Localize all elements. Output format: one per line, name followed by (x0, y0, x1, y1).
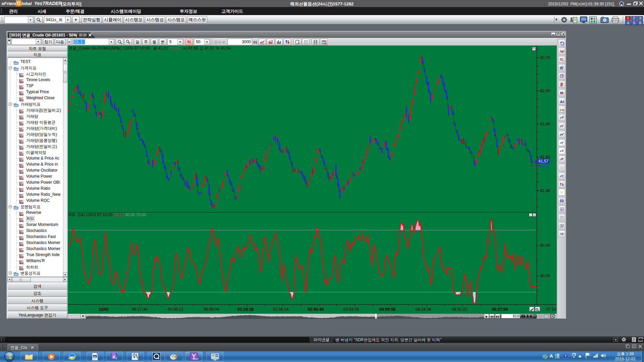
svg-text:00:35:12: 00:35:12 (168, 307, 183, 312)
svg-text:07:10: 07:10 (546, 307, 556, 312)
svg-text:41,57: 41,57 (538, 159, 548, 164)
svg-text:41,80: 41,80 (540, 122, 550, 126)
svg-text:TRADER: TRADER (192, 358, 199, 360)
svg-text:42,00: 42,00 (540, 88, 550, 93)
svg-text:R: R (562, 225, 564, 227)
svg-text:P: P (561, 208, 563, 211)
svg-text:C: C (562, 143, 564, 145)
svg-text:06:27:04: 06:27:04 (492, 307, 508, 312)
svg-text:40,00: 40,00 (540, 274, 550, 278)
svg-text:Y: Y (560, 233, 561, 235)
svg-text:S: S (563, 233, 564, 235)
svg-text:12/02: 12/02 (99, 307, 109, 312)
svg-text:41,40: 41,40 (540, 188, 550, 193)
svg-text:42,20: 42,20 (540, 55, 550, 60)
svg-text:o#a: o#a (93, 356, 96, 358)
svg-text:01:56:14: 01:56:14 (273, 307, 289, 312)
svg-text:0,08: 0,08 (541, 164, 549, 169)
svg-text:00:17:34: 00:17:34 (132, 307, 148, 312)
svg-text:연결_Crude Oil-201601(50틱) 12/03: 연결_Crude Oil-201601(50틱) 12/03 07:10:00 … (68, 46, 231, 51)
svg-text:04:24:36: 04:24:36 (416, 307, 431, 312)
svg-text:01:24:38: 01:24:38 (237, 307, 254, 312)
svg-text:00:58:04: 00:58:04 (204, 307, 219, 312)
svg-text:Log: Log (560, 108, 564, 111)
svg-text:RSI (14) 12/03 07:10:00 36,13: RSI (14) 12/03 07:10:00 36,13 30,00 70,0… (68, 213, 146, 217)
svg-text:04:09:58: 04:09:58 (379, 307, 395, 312)
svg-text:HL: HL (562, 116, 564, 118)
svg-text:04:31:22: 04:31:22 (452, 307, 468, 312)
svg-text:?: ? (565, 354, 567, 358)
svg-text:60,00: 60,00 (540, 243, 550, 248)
svg-text:03:33:35: 03:33:35 (343, 307, 359, 312)
svg-text:02:45:44: 02:45:44 (308, 307, 324, 312)
